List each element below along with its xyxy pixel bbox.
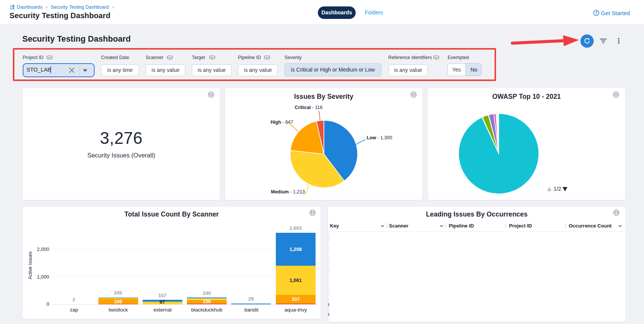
svg-text:?: ? (595, 11, 597, 15)
svg-text:1/2: 1/2 (554, 186, 561, 192)
svg-text:High - 647: High - 647 (271, 120, 293, 125)
svg-text:Low - 1,300: Low - 1,300 (367, 135, 392, 140)
svg-text:Critical - 116: Critical - 116 (295, 105, 322, 110)
svg-text:Medium - 1,213: Medium - 1,213 (271, 189, 305, 195)
